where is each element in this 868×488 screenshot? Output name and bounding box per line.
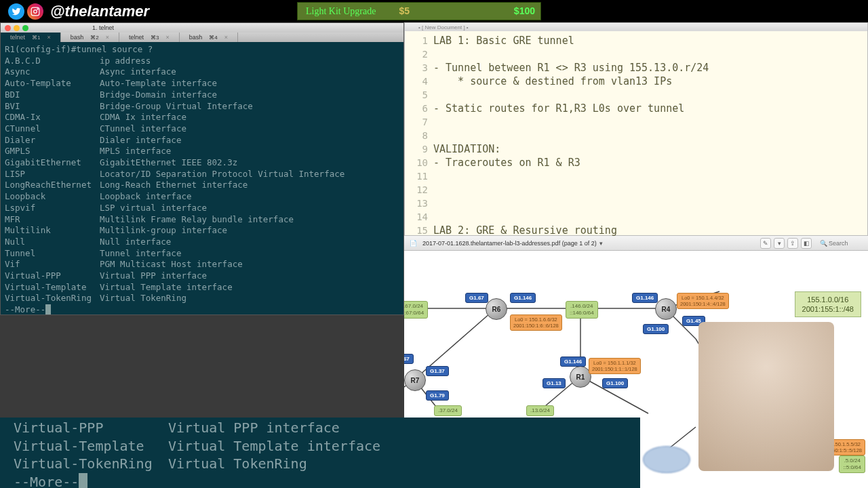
text-editor[interactable]: • [ New Document ] • 1234567891011121314… <box>404 22 868 236</box>
terminal-window[interactable]: 1. telnet telnet⌘1× bash⌘2× telnet⌘3× ba… <box>0 22 404 315</box>
editor-titlebar[interactable]: • [ New Document ] • <box>405 23 867 31</box>
terminal-output[interactable]: R1(config-if)#tunnel source ? A.B.C.Dip … <box>1 42 403 318</box>
help-row: BDIBridge-Domain interface <box>5 89 399 101</box>
terminal-zoom: Virtual-PPPVirtual PPP interface Virtual… <box>0 418 640 488</box>
iface-label: G1.79 <box>426 390 449 401</box>
help-row: LongReachEthernetLong-Reach Ethernet int… <box>5 180 399 191</box>
help-row: Virtual-TemplateVirtual Template interfa… <box>14 437 627 455</box>
help-row: Virtual-PPPVirtual PPP interface <box>5 270 399 282</box>
help-row: BVIBridge-Group Virtual Interface <box>5 101 399 113</box>
help-row: GMPLSMPLS interface <box>5 146 399 157</box>
iface-label: G1.67 <box>465 293 488 303</box>
help-row: GigabitEthernetGigabitEthernet IEEE 802.… <box>5 157 399 169</box>
editor-line[interactable] <box>433 88 867 102</box>
terminal-title: 1. telnet <box>92 24 114 31</box>
help-row: LISPLocator/ID Separation Protocol Virtu… <box>5 169 399 180</box>
help-row: TunnelTunnel interface <box>5 248 399 260</box>
iface-label: G1.100 <box>602 378 628 388</box>
twitter-icon[interactable] <box>8 3 24 20</box>
iface-label: G1.146 <box>510 293 536 303</box>
cloud-icon <box>643 446 690 473</box>
editor-line[interactable]: VALIDATION: <box>433 142 867 156</box>
router-r4: R4 <box>655 298 677 320</box>
router-r7: R7 <box>404 369 426 391</box>
share-icon[interactable]: ⇪ <box>787 238 798 249</box>
iface-label: G1.37 <box>426 366 449 376</box>
close-icon: × <box>224 34 228 41</box>
loopback-label: Lo0 = 150.1.4.4/322001:150:1:4::4/128 <box>677 293 729 309</box>
line-gutter: 123456789101112131415 <box>405 31 433 235</box>
more-prompt: --More-- <box>5 304 399 316</box>
edit-icon[interactable]: ✎ <box>760 238 771 249</box>
search-input[interactable] <box>829 240 863 247</box>
loopback-label: Lo0 = 150.1.6.6/322001:150:1:6::6/128 <box>510 314 562 331</box>
zoom-icon[interactable] <box>22 25 28 31</box>
editor-line[interactable] <box>433 197 867 210</box>
cursor <box>45 304 51 314</box>
editor-line[interactable]: - Static routes for R1,R3 L0s over tunne… <box>433 102 867 115</box>
editor-line[interactable] <box>433 129 867 142</box>
editor-line[interactable] <box>433 47 867 61</box>
chevron-down-icon[interactable]: ▾ <box>774 238 785 249</box>
editor-line[interactable] <box>433 210 867 224</box>
subnet-label: .13.0/24 <box>526 405 554 416</box>
donation-current: $5 <box>399 5 410 16</box>
loopback-label: Lo0 = 150.1.1.1/322001:150:1:1::1/128 <box>589 358 641 374</box>
pdf-toolbar: 📄 2017-07-01.1628.thelantamer-lab-l3-add… <box>404 236 868 251</box>
svg-point-1 <box>34 9 37 13</box>
tab-bash-4[interactable]: bash⌘4× <box>180 33 238 42</box>
editor-line[interactable]: - Tunnel between R1 <> R3 using 155.13.0… <box>433 61 867 75</box>
iface-label: G1.100 <box>643 324 669 334</box>
tab-telnet-3[interactable]: telnet⌘3× <box>119 33 180 42</box>
help-row: MFRMultilink Frame Relay bundle interfac… <box>5 214 399 226</box>
subnet-label: .37.0/24 <box>434 405 462 416</box>
subnet-label: .67.0/24::67:0/64 <box>404 301 428 319</box>
editor-line[interactable]: - Traceroutes on R1 & R3 <box>433 156 867 169</box>
close-icon: × <box>165 34 169 41</box>
editor-line[interactable] <box>433 115 867 129</box>
cursor <box>79 473 87 489</box>
editor-line[interactable] <box>433 169 867 183</box>
webcam-feed <box>698 322 834 471</box>
topbar: @thelantamer Light Kit Upgrade $5 $100 <box>0 0 868 22</box>
terminal-prompt: R1(config-if)#tunnel source ? <box>5 44 399 56</box>
help-row: LoopbackLoopback interface <box>5 191 399 203</box>
pdf-filename: 2017-07-01.1628.thelantamer-lab-l3-addre… <box>422 240 597 247</box>
help-row: Virtual-TemplateVirtual Template interfa… <box>5 282 399 293</box>
help-row: Auto-TemplateAuto-Template interface <box>5 78 399 89</box>
help-row: AsyncAsync interface <box>5 66 399 78</box>
highlight-icon[interactable]: ◧ <box>801 238 812 249</box>
donation-goal: Light Kit Upgrade $5 $100 <box>297 2 541 20</box>
minimize-icon[interactable] <box>14 25 20 31</box>
terminal-tabs: telnet⌘1× bash⌘2× telnet⌘3× bash⌘4× <box>1 33 403 42</box>
help-row: DialerDialer interface <box>5 135 399 146</box>
help-row: LspvifLSP virtual interface <box>5 203 399 214</box>
iface-label: G1.146 <box>560 357 586 367</box>
help-row: CTunnelCTunnel interface <box>5 123 399 135</box>
tab-bash-2[interactable]: bash⌘2× <box>61 33 119 42</box>
iface-label: G1.146 <box>632 293 658 303</box>
router-r6: R6 <box>486 298 507 320</box>
iface-label: G1.67 <box>404 354 414 364</box>
editor-line[interactable]: LAB 2: GRE & Resursive routing <box>433 224 867 237</box>
social-handle: @thelantamer <box>50 3 149 20</box>
search-icon[interactable]: 🔍 <box>820 240 827 247</box>
subnet-label: .146.0/24::146:0/64 <box>566 301 598 319</box>
help-row: CDMA-IxCDMA Ix interface <box>5 112 399 123</box>
close-icon: × <box>106 34 109 41</box>
editor-content[interactable]: LAB 1: Basic GRE tunnel - Tunnel between… <box>433 31 867 235</box>
help-row: MultilinkMultilink-group interface <box>5 225 399 237</box>
tab-telnet-1[interactable]: telnet⌘1× <box>1 33 61 42</box>
editor-line[interactable]: * source & destined from vlan13 IPs <box>433 75 867 88</box>
close-icon[interactable] <box>5 25 11 31</box>
help-row: Virtual-TokenRingVirtual TokenRing <box>5 293 399 304</box>
editor-line[interactable]: LAB 1: Basic GRE tunnel <box>433 34 867 47</box>
donation-label: Light Kit Upgrade <box>298 6 384 17</box>
chevron-down-icon[interactable]: ▾ <box>599 240 603 247</box>
social-links: @thelantamer <box>8 3 149 20</box>
editor-line[interactable] <box>433 183 867 197</box>
terminal-titlebar[interactable]: 1. telnet <box>1 23 403 33</box>
address-legend: 155.1.0.0/162001:155:1::/48 <box>795 291 861 317</box>
instagram-icon[interactable] <box>27 3 43 20</box>
svg-point-2 <box>37 8 38 9</box>
